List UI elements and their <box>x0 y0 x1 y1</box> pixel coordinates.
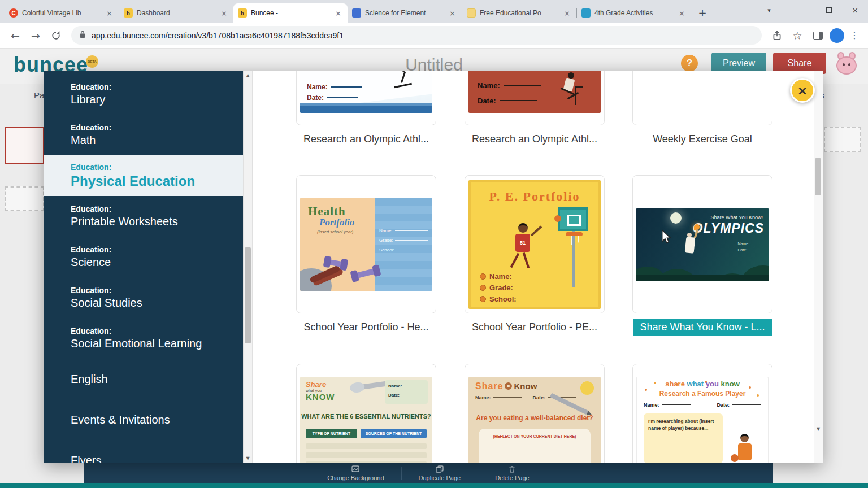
template-thumbnail[interactable]: Health Portfolio (Insert school year) Na… <box>296 175 436 313</box>
reload-icon[interactable] <box>47 27 64 44</box>
template-card[interactable]: Weekly Exercise Goal <box>632 71 772 145</box>
forward-icon[interactable]: → <box>27 27 44 44</box>
help-button[interactable]: ? <box>681 55 698 72</box>
template-card[interactable]: Health Portfolio (Insert school year) Na… <box>296 175 436 333</box>
scroll-down-icon[interactable]: ▼ <box>244 456 252 461</box>
basketball-player-graphic: 51 <box>507 223 543 275</box>
template-title[interactable]: Research an Olympic Athl... <box>296 133 436 145</box>
sidebar-item-education-social-studies[interactable]: Education: Social Studies <box>44 277 243 318</box>
runner-graphic <box>558 72 584 106</box>
tab-search-chevron-icon[interactable]: ▾ <box>756 0 782 20</box>
template-title[interactable]: Research an Olympic Athl... <box>465 133 605 145</box>
delete-page-button[interactable]: Delete Page <box>495 465 530 481</box>
back-icon[interactable]: ← <box>7 27 24 44</box>
basketball-bullet-icon <box>480 285 486 291</box>
browser-tab-colorful-vintage[interactable]: C Colorful Vintage Lib × <box>5 3 119 23</box>
tab-close-icon[interactable]: × <box>562 8 572 18</box>
page-thumbnail-selected[interactable] <box>5 127 44 164</box>
mascot-eye <box>848 63 850 66</box>
sidebar-item-english[interactable]: English <box>44 359 243 399</box>
science-favicon <box>352 8 361 18</box>
weekly-exercise-goal-thumbnail <box>636 71 769 113</box>
tab-title: Free Educational Po <box>480 9 558 17</box>
tab-close-icon[interactable]: × <box>219 8 229 18</box>
buncee-mascot-avatar[interactable] <box>834 52 859 76</box>
table-rows-graphic <box>306 443 427 449</box>
grid-scrollbar-thumb[interactable] <box>815 158 821 195</box>
backboard-graphic <box>558 207 588 231</box>
side-panel-icon[interactable] <box>809 27 826 44</box>
thumbnail-fields: Name: Date: <box>737 241 749 253</box>
sidebar-item-education-math[interactable]: Education: Math <box>44 115 243 155</box>
sidebar-item-education-physical-education[interactable]: Education: Physical Education <box>44 155 243 196</box>
template-title[interactable]: School Year Portfolio - He... <box>296 321 436 333</box>
sidebar-item-education-science[interactable]: Education: Science <box>44 237 243 277</box>
grid-scrollbar[interactable]: ▼ <box>814 71 823 463</box>
sidebar-item-education-printable-worksheets[interactable]: Education: Printable Worksheets <box>44 196 243 237</box>
mascot-eye <box>843 63 845 66</box>
tab-close-icon[interactable]: × <box>105 8 114 18</box>
tab-close-icon[interactable]: × <box>448 8 457 18</box>
sidebar-item-flyers[interactable]: Flyers <box>44 440 243 463</box>
template-thumbnail[interactable]: Share What You Know! OLYMPICS Name: Date… <box>632 175 772 313</box>
url-text[interactable]: app.edu.buncee.com/creation/v3/b1708b1ac… <box>92 31 344 40</box>
template-card[interactable]: P. E. Portfolio 51 Name: <box>465 175 605 333</box>
template-thumbnail[interactable]: Name: Date: <box>296 71 436 125</box>
browser-tab-free-educational[interactable]: Free Educational Po × <box>462 3 576 23</box>
template-title[interactable]: School Year Portfolio - PE... <box>465 321 605 333</box>
sidebar-scrollbar[interactable]: ▲ ▼ <box>243 71 253 463</box>
tab-title: 4th Grade Activities <box>594 9 673 17</box>
change-background-button[interactable]: Change Background <box>327 465 384 481</box>
modal-close-button[interactable]: × <box>790 78 815 103</box>
template-card[interactable]: Name: Date: Research an Olympic Athl... <box>296 71 436 145</box>
template-thumbnail[interactable]: Share what you KNOW Name: Date: WHAT ARE… <box>296 364 436 463</box>
basketball-bullet-icon <box>480 273 486 280</box>
template-thumbnail[interactable]: Share Know Name: Date: Are you eating a … <box>465 364 605 463</box>
template-card[interactable]: share what you know Research a Famous Pl… <box>632 364 772 463</box>
browser-tab-4th-grade[interactable]: 4th Grade Activities × <box>577 3 691 23</box>
window-close-button[interactable]: × <box>842 0 868 20</box>
scroll-up-icon[interactable]: ▲ <box>244 73 252 78</box>
address-bar[interactable]: app.edu.buncee.com/creation/v3/b1708b1ac… <box>71 26 762 45</box>
bookmark-star-icon[interactable]: ☆ <box>789 27 806 44</box>
share-page-icon[interactable] <box>769 27 785 44</box>
scroll-down-icon[interactable]: ▼ <box>814 426 823 432</box>
duplicate-page-button[interactable]: Duplicate Page <box>419 465 461 481</box>
window-maximize-button[interactable] <box>816 0 842 20</box>
sidebar-item-events-invitations[interactable]: Events & Invitations <box>44 399 243 440</box>
new-tab-button[interactable]: + <box>695 5 710 20</box>
mascot-head <box>836 56 857 75</box>
c-logo-favicon: C <box>9 8 18 18</box>
sidebar-item-education-social-emotional-learning[interactable]: Education: Social Emotional Learning <box>44 318 243 359</box>
tab-close-icon[interactable]: × <box>333 8 343 18</box>
share-know-logo: Share Know <box>475 381 537 391</box>
research-text-panel: I'm researching about (insert name of pl… <box>644 413 723 463</box>
sidebar-scrollbar-thumb[interactable] <box>245 247 251 343</box>
template-title[interactable]: Weekly Exercise Goal <box>632 133 772 145</box>
sidebar-item-education-library[interactable]: Education: Library <box>44 74 243 115</box>
template-thumbnail[interactable]: Name: Date: <box>465 71 605 125</box>
template-thumbnail[interactable]: P. E. Portfolio 51 Name: <box>465 175 605 313</box>
profile-avatar[interactable] <box>830 28 844 43</box>
browser-tab-buncee-active[interactable]: b Buncee - × <box>233 3 348 23</box>
template-card[interactable]: Share What You Know! OLYMPICS Name: Date… <box>632 175 772 333</box>
buncee-favicon: b <box>124 8 133 18</box>
duplicate-icon <box>436 465 444 474</box>
template-title-highlighted[interactable]: Share What You Know - L... <box>632 321 772 333</box>
template-thumbnail[interactable] <box>632 71 772 125</box>
browser-menu-icon[interactable]: ⋮ <box>848 30 861 41</box>
browser-tab-dashboard[interactable]: b Dashboard × <box>119 3 233 23</box>
add-page-placeholder[interactable] <box>5 186 44 211</box>
browser-tab-science[interactable]: Science for Element × <box>348 3 462 23</box>
template-card[interactable]: Name: Date: Research an Olympic Athl... <box>465 71 605 145</box>
pages-panel-label-fragment: Pa <box>34 90 44 100</box>
template-card[interactable]: Share what you KNOW Name: Date: WHAT ARE… <box>296 364 436 463</box>
olympic-athlete-run-thumbnail: Name: Date: <box>468 71 601 113</box>
tab-close-icon[interactable]: × <box>677 8 687 18</box>
template-thumbnail[interactable]: share what you know Research a Famous Pl… <box>632 364 772 463</box>
torch-runner-graphic <box>682 233 701 267</box>
window-minimize-button[interactable]: – <box>790 0 816 20</box>
template-card[interactable]: Share Know Name: Date: Are you eating a … <box>465 364 605 463</box>
thumbnail-fields: Name: Grade: School: <box>379 228 428 257</box>
right-panel-placeholder[interactable] <box>824 127 861 152</box>
